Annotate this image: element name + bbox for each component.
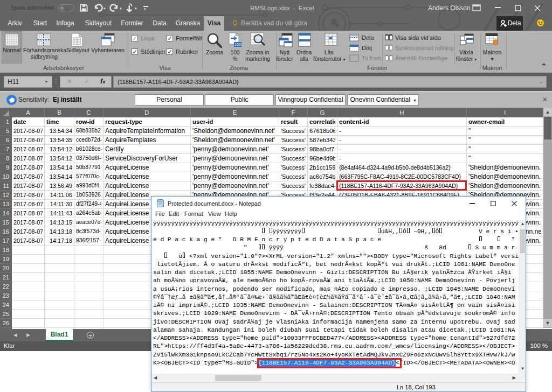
svg-text:100: 100: [234, 43, 241, 46]
